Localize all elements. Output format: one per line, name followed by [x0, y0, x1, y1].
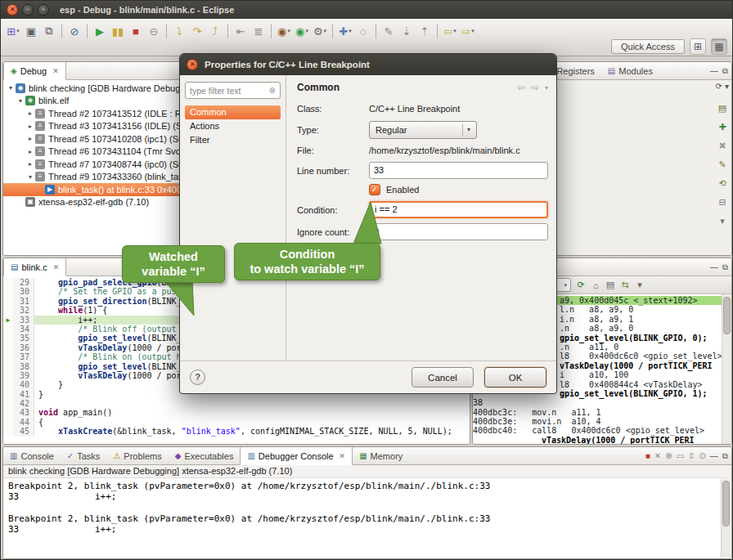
tab-console[interactable]: ▥Console: [3, 447, 61, 464]
clear-console-icon[interactable]: ▭: [677, 451, 684, 460]
clear-filter-icon[interactable]: ⊗: [269, 86, 276, 95]
step-return-icon[interactable]: ⤴: [206, 22, 224, 40]
save-icon[interactable]: ▣: [22, 22, 40, 40]
type-dropdown[interactable]: Regular ▾: [369, 121, 477, 139]
nav-item-common[interactable]: Common: [185, 105, 281, 119]
code-line[interactable]: 42: [3, 399, 470, 408]
drop-to-frame-icon[interactable]: ⇤: [232, 22, 250, 40]
layout-icon[interactable]: ▤: [716, 101, 729, 114]
tree-expand-arrow[interactable]: ▾: [7, 84, 15, 92]
edit-register-group-icon[interactable]: ✎: [716, 158, 729, 171]
disassembly-line[interactable]: 400dbc3e: movi.n a10, 4: [473, 417, 731, 426]
add-register-group-icon[interactable]: ✚: [716, 120, 729, 133]
next-annotation-icon[interactable]: ⇣: [398, 22, 416, 40]
tab-blink-c[interactable]: ▤ blink.c ✕: [3, 258, 66, 276]
view-menu-icon[interactable]: ▾: [632, 278, 647, 293]
maximize-icon[interactable]: ⧉: [722, 262, 728, 272]
close-icon[interactable]: ✕: [53, 263, 60, 271]
disassembly-line[interactable]: 400dbc3c: mov.n a11, 1: [473, 408, 731, 417]
close-icon[interactable]: ✕: [340, 452, 346, 460]
n av-item-actions[interactable]: Actions: [185, 119, 281, 133]
tree-expand-arrow[interactable]: ▸: [26, 135, 34, 142]
disassembly-line[interactable]: vTaskDelay(1000 / portTICK_PERI: [473, 436, 731, 444]
remove-register-group-icon[interactable]: ✖: [716, 139, 729, 152]
view-menu-icon[interactable]: ▾: [725, 82, 729, 91]
code-line[interactable]: 45 xTaskCreate(&blink_task, "blink_task"…: [3, 427, 470, 436]
save-all-icon[interactable]: ⧉: [40, 22, 58, 40]
new-wizard-icon[interactable]: ⊞▾: [4, 22, 22, 40]
tab-memory[interactable]: ▦Memory: [353, 447, 409, 464]
search-icon[interactable]: ◌: [354, 22, 372, 40]
quick-access-button[interactable]: Quick Access: [611, 39, 685, 54]
maximize-icon[interactable]: ⧉: [722, 66, 728, 76]
step-over-icon[interactable]: ↷: [188, 22, 206, 40]
pin-console-icon[interactable]: ⊙: [699, 451, 705, 460]
minimize-icon[interactable]: —: [710, 262, 718, 271]
show-source-icon[interactable]: ▤: [603, 278, 618, 293]
disassembly-line[interactable]: 400dbc40: call8 0x400dc6c0 <gpio_set_lev…: [473, 426, 731, 435]
forward-icon[interactable]: ⇨▾: [459, 22, 477, 40]
suspend-icon[interactable]: ▮▮: [109, 22, 127, 40]
tree-expand-arrow[interactable]: ▾: [16, 97, 25, 105]
help-button[interactable]: ?: [190, 370, 205, 385]
resume-icon[interactable]: ▶: [91, 22, 109, 40]
scroll-lock-icon[interactable]: ⇳: [688, 451, 695, 460]
collapse-all-icon[interactable]: ⊟: [716, 195, 729, 208]
remove-all-launches-icon[interactable]: ⊗: [665, 451, 672, 460]
run-icon[interactable]: ◉▾: [293, 22, 311, 40]
refresh-icon[interactable]: ⟳: [716, 82, 722, 91]
disassembly-line[interactable]: 38: [473, 398, 731, 407]
console-scrollbar[interactable]: [721, 479, 731, 558]
disassembly-scrollbar[interactable]: [722, 294, 731, 444]
minimize-icon[interactable]: —: [710, 451, 718, 460]
ok-button[interactable]: OK: [484, 367, 546, 388]
tab-modules[interactable]: ▤ Modules: [601, 62, 659, 79]
tree-expand-arrow[interactable]: ▸: [26, 148, 34, 155]
debug-perspective-icon[interactable]: ▦: [711, 38, 727, 55]
tab-problems[interactable]: ⚠Problems: [106, 447, 168, 464]
window-minimize-button[interactable]: −: [22, 4, 34, 16]
dialog-titlebar[interactable]: ✕ Properties for C/C++ Line Breakpoint: [180, 54, 556, 75]
code-line[interactable]: 44{: [3, 418, 470, 427]
tree-expand-arrow[interactable]: ▾: [26, 173, 34, 181]
tab-debug[interactable]: ◈ Debug ✕: [3, 62, 66, 80]
tab-debugger-console[interactable]: ▥Debugger Console✕: [240, 447, 353, 465]
terminate-icon[interactable]: ■: [127, 22, 145, 40]
tree-expand-arrow[interactable]: ▸: [26, 110, 34, 117]
nav-item-filter[interactable]: Filter: [185, 133, 281, 147]
sync-selection-icon[interactable]: ⇆: [618, 278, 632, 293]
new-source-icon[interactable]: ✚▾: [336, 22, 354, 40]
tree-expand-arrow[interactable]: ▸: [26, 123, 34, 130]
previous-annotation-icon[interactable]: ⇡: [416, 22, 434, 40]
refresh-icon[interactable]: ⟳: [573, 278, 588, 293]
window-maximize-button[interactable]: +: [38, 4, 49, 16]
instruction-stepping-icon[interactable]: ≣: [250, 22, 268, 40]
minimize-icon[interactable]: —: [710, 66, 718, 75]
back-arrow-icon[interactable]: ⇦: [517, 82, 525, 93]
tree-expand-arrow[interactable]: ▸: [26, 160, 34, 168]
scrollbar-thumb[interactable]: [722, 481, 730, 526]
home-icon[interactable]: ⌂: [588, 278, 603, 293]
close-icon[interactable]: ✕: [52, 67, 59, 75]
enabled-checkbox[interactable]: ✓: [369, 184, 380, 195]
back-icon[interactable]: ⇦▾: [441, 22, 459, 40]
dialog-close-button[interactable]: ✕: [187, 59, 198, 70]
filter-input[interactable]: type filter text ⊗: [185, 82, 281, 99]
code-line[interactable]: 43void app_main(): [3, 408, 470, 417]
mark-occurrences-icon[interactable]: ✎: [380, 22, 398, 40]
console-output[interactable]: Breakpoint 2, blink_task (pvParameter=0x…: [3, 478, 731, 558]
disconnect-icon[interactable]: ⊝: [145, 22, 163, 40]
scrollbar-thumb[interactable]: [723, 297, 731, 334]
ignore-count-input[interactable]: 0: [369, 223, 548, 240]
tab-tasks[interactable]: ✓Tasks: [61, 447, 107, 464]
view-menu-icon[interactable]: ▾: [716, 214, 729, 227]
terminate-console-icon[interactable]: ■: [645, 451, 650, 460]
window-close-button[interactable]: ✕: [7, 4, 18, 16]
step-into-icon[interactable]: ⤵: [170, 22, 188, 40]
restore-register-groups-icon[interactable]: ⟲: [716, 177, 729, 190]
sections-menu-icon[interactable]: ▾: [545, 84, 548, 92]
forward-arrow-icon[interactable]: ⇨: [531, 82, 539, 93]
maximize-icon[interactable]: ⧉: [722, 451, 728, 461]
line-number-input[interactable]: 33: [369, 162, 548, 179]
remove-launch-icon[interactable]: ✕: [654, 451, 661, 460]
